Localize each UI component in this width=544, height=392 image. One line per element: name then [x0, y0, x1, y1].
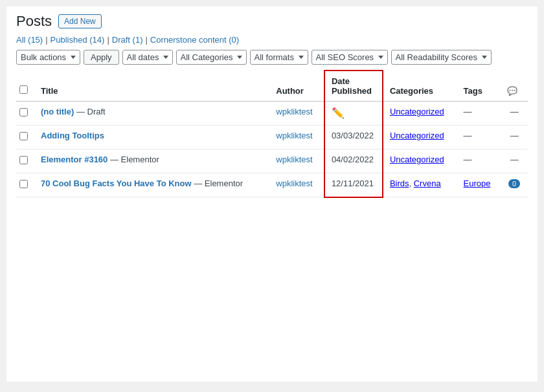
- table-row: (no title) — Draft wpkliktest ✏️ Uncateg…: [16, 102, 528, 125]
- post-date-cell: 04/02/2022: [324, 149, 383, 173]
- dates-select[interactable]: All dates: [122, 50, 173, 65]
- post-author-cell: wpkliktest: [269, 125, 324, 149]
- post-title-suffix: — Elementor: [110, 155, 159, 164]
- post-date-cell: 03/03/2022: [324, 125, 383, 149]
- table-row: 70 Cool Bug Facts You Have To Know — Ele…: [16, 173, 528, 197]
- table-row: Elementor #3160 — Elementor wpkliktest 0…: [16, 149, 528, 173]
- comment-bubble-icon: 💬: [507, 86, 517, 96]
- row-checkbox-cell: [16, 125, 34, 149]
- post-date: 04/02/2022: [332, 155, 374, 164]
- comments-column-header: 💬: [501, 71, 528, 102]
- select-all-checkbox[interactable]: [19, 85, 28, 94]
- post-author-cell: wpkliktest: [269, 173, 324, 197]
- post-title-cell: Adding Tooltips: [34, 125, 269, 149]
- post-category-link[interactable]: Uncategorized: [390, 107, 444, 116]
- bulk-actions-select[interactable]: Bulk actions: [16, 50, 80, 65]
- row-checkbox[interactable]: [19, 180, 28, 188]
- row-checkbox[interactable]: [19, 156, 28, 164]
- post-tags-cell: —: [457, 125, 501, 149]
- post-categories-cell: Birds, Crvena: [383, 173, 457, 197]
- post-author-link[interactable]: wpkliktest: [276, 131, 312, 140]
- filter-draft[interactable]: Draft (1): [112, 35, 143, 45]
- post-title-cell: (no title) — Draft: [34, 102, 269, 125]
- row-checkbox-cell: [16, 102, 34, 125]
- tablenav: Bulk actions Apply All dates All Categor…: [16, 50, 528, 65]
- categories-column-header: Categories: [383, 71, 457, 102]
- tags-column-header: Tags: [457, 71, 501, 102]
- filter-all[interactable]: All (15): [16, 35, 43, 45]
- post-author-link[interactable]: wpkliktest: [276, 107, 312, 116]
- post-category-link-2[interactable]: Crvena: [414, 179, 441, 188]
- row-checkbox-cell: [16, 149, 34, 173]
- post-title-cell: 70 Cool Bug Facts You Have To Know — Ele…: [34, 173, 269, 197]
- filter-cornerstone[interactable]: Cornerstone content (0): [150, 35, 239, 45]
- post-date-cell: 12/11/2021: [324, 173, 383, 197]
- post-author-cell: wpkliktest: [269, 102, 324, 125]
- post-title-link[interactable]: (no title): [41, 107, 74, 116]
- edit-pencil-icon: ✏️: [332, 107, 345, 118]
- post-tags-cell: Europe: [457, 173, 501, 197]
- post-date: 03/03/2022: [332, 131, 374, 140]
- filter-links: All (15) | Published (14) | Draft (1) | …: [16, 35, 528, 45]
- post-category-link[interactable]: Birds: [390, 179, 409, 188]
- date-column-header: Date Published: [324, 71, 383, 102]
- post-title-cell: Elementor #3160 — Elementor: [34, 149, 269, 173]
- author-column-header: Author: [269, 71, 324, 102]
- post-tag-link[interactable]: Europe: [464, 179, 491, 188]
- filter-published[interactable]: Published (14): [51, 35, 105, 45]
- table-row: Adding Tooltips wpkliktest 03/03/2022 Un…: [16, 125, 528, 149]
- post-title-link[interactable]: 70 Cool Bug Facts You Have To Know: [41, 179, 192, 188]
- post-category-link[interactable]: Uncategorized: [390, 155, 444, 164]
- formats-select[interactable]: All formats: [250, 50, 308, 65]
- post-author-cell: wpkliktest: [269, 149, 324, 173]
- post-categories-cell: Uncategorized: [383, 102, 457, 125]
- post-categories-cell: Uncategorized: [383, 149, 457, 173]
- add-new-button[interactable]: Add New: [58, 14, 102, 28]
- comment-count-badge: 0: [508, 179, 520, 188]
- post-category-link[interactable]: Uncategorized: [390, 131, 444, 140]
- post-comments-cell: —: [501, 149, 528, 173]
- title-column-header: Title: [34, 71, 269, 102]
- readability-select[interactable]: All Readability Scores: [391, 50, 492, 65]
- row-checkbox[interactable]: [19, 132, 28, 140]
- post-title-suffix: — Elementor: [194, 179, 243, 188]
- post-categories-cell: Uncategorized: [383, 125, 457, 149]
- post-tags-cell: —: [457, 149, 501, 173]
- post-status: — Draft: [76, 107, 106, 116]
- page-title: Posts: [16, 13, 52, 30]
- post-comments-cell: —: [501, 125, 528, 149]
- post-author-link[interactable]: wpkliktest: [276, 179, 312, 188]
- post-date-cell: ✏️: [324, 102, 383, 125]
- post-date: 12/11/2021: [332, 179, 374, 188]
- post-comments-cell: 0: [501, 173, 528, 197]
- categories-select[interactable]: All Categories: [176, 50, 247, 65]
- seo-scores-select[interactable]: All SEO Scores: [312, 50, 388, 65]
- row-checkbox[interactable]: [19, 108, 28, 116]
- apply-button[interactable]: Apply: [84, 50, 119, 65]
- post-comments-cell: —: [501, 102, 528, 125]
- posts-table: Title Author Date Published Categories T…: [16, 70, 528, 198]
- post-title-link[interactable]: Adding Tooltips: [41, 131, 104, 140]
- post-author-link[interactable]: wpkliktest: [276, 155, 312, 164]
- select-all-header: [16, 71, 34, 102]
- row-checkbox-cell: [16, 173, 34, 197]
- post-title-link[interactable]: Elementor #3160: [41, 155, 108, 164]
- post-tags-cell: —: [457, 102, 501, 125]
